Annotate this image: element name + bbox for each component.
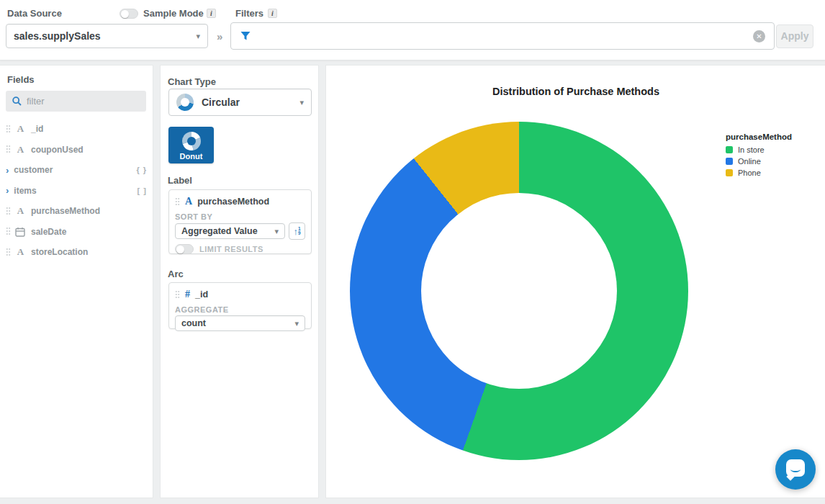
subtype-tile-donut[interactable]: Donut bbox=[168, 127, 214, 163]
field-name: customer bbox=[14, 165, 53, 175]
chart-type-label: Chart Type bbox=[168, 76, 216, 87]
chevron-down-icon: ▾ bbox=[196, 32, 200, 41]
drag-handle-icon[interactable] bbox=[175, 290, 180, 300]
field-item-storeLocation[interactable]: AstoreLocation bbox=[6, 245, 147, 259]
arc-field-chip[interactable]: # _id bbox=[169, 283, 311, 303]
chevron-down-icon: ▾ bbox=[299, 98, 304, 107]
filter-expression-bar: ✕ bbox=[230, 22, 775, 50]
array-type-badge: [ ] bbox=[138, 186, 147, 195]
apply-button[interactable]: Apply bbox=[776, 24, 813, 48]
data-source-select[interactable]: sales.supplySales ▾ bbox=[6, 24, 208, 48]
aggregate-select[interactable]: count ▾ bbox=[175, 315, 305, 331]
legend-title: purchaseMethod bbox=[726, 132, 792, 141]
legend-item-in-store[interactable]: In store bbox=[726, 145, 792, 154]
date-type-icon bbox=[15, 227, 26, 237]
chat-smile-icon bbox=[790, 467, 801, 472]
sort-by-label: SORT BY bbox=[169, 210, 311, 222]
chevron-down-icon: ▾ bbox=[294, 319, 299, 328]
donut-hole bbox=[421, 193, 618, 390]
sort-direction-button[interactable]: ↑ 19 bbox=[289, 222, 305, 240]
filters-label: Filters bbox=[235, 8, 263, 19]
funnel-icon bbox=[240, 30, 251, 42]
legend-label: Phone bbox=[738, 168, 761, 177]
sort-by-select[interactable]: Aggregated Value ▾ bbox=[175, 223, 285, 239]
chevron-down-icon: ▾ bbox=[274, 227, 279, 236]
chart-title: Distribution of Purchase Methods bbox=[326, 86, 825, 97]
chevron-right-icon[interactable]: › bbox=[6, 165, 9, 176]
drag-handle-icon[interactable] bbox=[6, 227, 11, 236]
string-type-icon: A bbox=[15, 246, 26, 258]
field-item-couponUsed[interactable]: AcouponUsed bbox=[6, 143, 147, 157]
drag-handle-icon[interactable] bbox=[175, 197, 180, 207]
string-type-icon: A bbox=[185, 196, 192, 207]
encode-panel: Chart Type Circular ▾ Donut Label A purc… bbox=[160, 65, 319, 498]
filters-info-icon[interactable]: i bbox=[268, 9, 277, 18]
donut-chart[interactable] bbox=[350, 122, 688, 460]
aggregate-label: AGGREGATE bbox=[169, 303, 311, 315]
arc-channel-card: # _id AGGREGATE count ▾ bbox=[168, 282, 312, 329]
fields-search-box bbox=[6, 91, 146, 112]
drag-handle-icon[interactable] bbox=[6, 125, 11, 134]
field-name: purchaseMethod bbox=[31, 206, 100, 216]
limit-results-label: LIMIT RESULTS bbox=[199, 245, 263, 253]
limit-results-toggle[interactable] bbox=[175, 244, 194, 254]
toggle-knob bbox=[121, 10, 129, 18]
drag-handle-icon[interactable] bbox=[6, 145, 11, 154]
sample-mode-label: Sample Mode bbox=[143, 8, 204, 19]
field-name: storeLocation bbox=[31, 247, 88, 257]
drag-handle-icon[interactable] bbox=[6, 248, 11, 257]
arc-channel-title: Arc bbox=[168, 269, 184, 279]
string-type-icon: A bbox=[15, 205, 26, 217]
field-item-_id[interactable]: A_id bbox=[6, 122, 147, 136]
top-bar: Data Source Sample Mode i Filters i sale… bbox=[0, 0, 825, 60]
fields-panel: Fields A_idAcouponUsed›customer{ }›items… bbox=[0, 65, 153, 498]
label-field-name: purchaseMethod bbox=[197, 197, 269, 207]
chart-type-select[interactable]: Circular ▾ bbox=[168, 89, 312, 116]
chart-type-value: Circular bbox=[202, 96, 240, 108]
field-item-items[interactable]: ›items[ ] bbox=[6, 184, 147, 198]
drag-handle-icon[interactable] bbox=[6, 207, 11, 216]
field-item-saleDate[interactable]: saleDate bbox=[6, 225, 147, 239]
object-type-badge: { } bbox=[136, 166, 147, 174]
fields-panel-title: Fields bbox=[7, 74, 35, 85]
chat-launcher-button[interactable] bbox=[775, 449, 816, 490]
clear-filter-icon[interactable]: ✕ bbox=[753, 30, 765, 42]
data-source-value: sales.supplySales bbox=[14, 30, 101, 42]
sample-mode-toggle[interactable] bbox=[120, 9, 138, 19]
donut-chart-icon bbox=[182, 132, 201, 150]
field-name: saleDate bbox=[31, 227, 66, 237]
chart-legend: purchaseMethod In storeOnlinePhone bbox=[726, 132, 792, 180]
sample-mode-info-icon[interactable]: i bbox=[207, 9, 216, 18]
fields-search-input[interactable] bbox=[27, 96, 127, 107]
legend-label: In store bbox=[738, 145, 765, 154]
legend-item-online[interactable]: Online bbox=[726, 157, 792, 166]
field-name: couponUsed bbox=[31, 145, 84, 155]
field-name: _id bbox=[31, 124, 43, 134]
label-channel-card: A purchaseMethod SORT BY Aggregated Valu… bbox=[168, 189, 312, 254]
legend-label: Online bbox=[738, 157, 761, 166]
chevron-right-icon[interactable]: › bbox=[6, 185, 9, 196]
filter-expression-input[interactable] bbox=[258, 30, 753, 42]
legend-swatch bbox=[726, 169, 733, 176]
data-source-label: Data Source bbox=[7, 8, 62, 19]
number-type-icon: # bbox=[185, 289, 190, 300]
circular-chart-icon bbox=[176, 94, 194, 111]
legend-swatch bbox=[726, 158, 733, 165]
label-field-chip[interactable]: A purchaseMethod bbox=[169, 190, 311, 210]
field-item-customer[interactable]: ›customer{ } bbox=[6, 163, 147, 177]
field-name: items bbox=[14, 186, 36, 196]
string-type-icon: A bbox=[15, 123, 26, 135]
label-channel-title: Label bbox=[168, 175, 192, 186]
legend-item-phone[interactable]: Phone bbox=[726, 168, 792, 177]
legend-swatch bbox=[726, 146, 733, 153]
legend-items: In storeOnlinePhone bbox=[726, 145, 792, 177]
sort-by-value: Aggregated Value bbox=[181, 226, 258, 236]
aggregate-value: count bbox=[181, 318, 206, 328]
collapse-chevrons-icon[interactable]: » bbox=[217, 30, 220, 42]
field-item-purchaseMethod[interactable]: ApurchaseMethod bbox=[6, 204, 147, 218]
subtype-label: Donut bbox=[168, 152, 214, 164]
chart-panel: Distribution of Purchase Methods purchas… bbox=[325, 65, 825, 498]
arc-field-name: _id bbox=[195, 289, 208, 300]
search-icon bbox=[12, 96, 22, 106]
string-type-icon: A bbox=[15, 144, 26, 156]
